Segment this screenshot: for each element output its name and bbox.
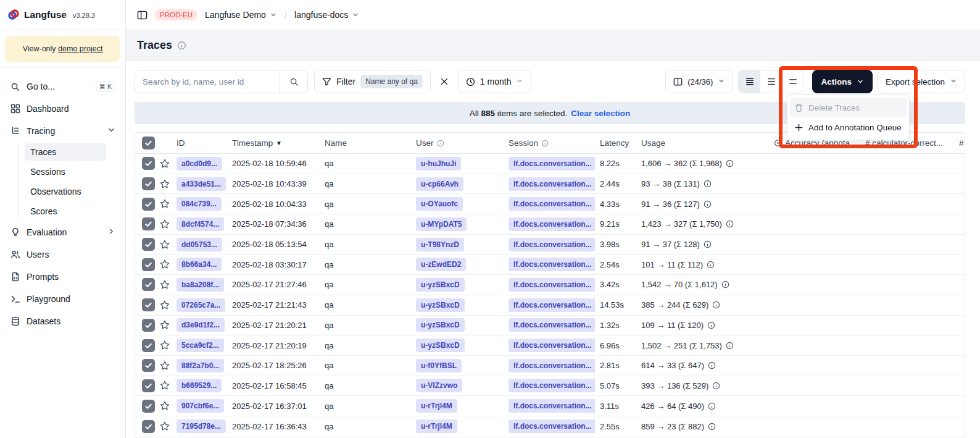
trace-id-badge[interactable]: b669529...: [176, 379, 222, 392]
session-badge[interactable]: lf.docs.conversation...: [509, 217, 595, 231]
sidebar-item-sessions[interactable]: Sessions: [25, 163, 106, 180]
row-checkbox[interactable]: [142, 217, 155, 230]
sidebar-item-evaluation[interactable]: Evaluation: [5, 222, 120, 242]
favorite-star-icon[interactable]: [157, 340, 172, 351]
table-row[interactable]: 88f2a7b0... 2025-02-17 18:25:26 qa u-f0Y…: [135, 356, 965, 376]
user-badge[interactable]: u-yzSBxcD: [416, 339, 465, 352]
session-badge[interactable]: lf.docs.conversation...: [509, 157, 595, 171]
trace-id-badge[interactable]: 084c739...: [176, 197, 222, 211]
clear-selection-link[interactable]: Clear selection: [571, 109, 630, 118]
session-badge[interactable]: lf.docs.conversation...: [509, 419, 595, 433]
row-checkbox[interactable]: [142, 258, 155, 271]
row-checkbox[interactable]: [142, 400, 155, 413]
user-badge[interactable]: u-MYpDAT5: [416, 217, 467, 231]
user-badge[interactable]: u-zEwdED2: [416, 258, 466, 271]
favorite-star-icon[interactable]: [157, 259, 172, 270]
table-row[interactable]: d3e9d1f2... 2025-02-17 21:20:21 qa u-yzS…: [135, 316, 965, 336]
trace-id-badge[interactable]: 8b66a34...: [176, 258, 222, 271]
header-latency[interactable]: Latency: [595, 138, 636, 148]
trace-id-badge[interactable]: d3e9d1f2...: [176, 318, 225, 332]
table-row[interactable]: 084c739... 2025-02-18 10:04:33 qa u-OYau…: [135, 194, 965, 214]
row-checkbox[interactable]: [142, 319, 155, 332]
header-session[interactable]: Session: [504, 138, 595, 148]
sidebar-item-scores[interactable]: Scores: [25, 203, 106, 220]
time-range-button[interactable]: 1 month: [458, 70, 532, 93]
header-timestamp[interactable]: Timestamp▼: [227, 138, 320, 148]
sidebar-item-tracing[interactable]: Tracing: [5, 121, 120, 141]
sidebar-item-datasets[interactable]: Datasets: [5, 311, 120, 331]
row-checkbox[interactable]: [142, 420, 155, 433]
favorite-star-icon[interactable]: [157, 179, 172, 190]
row-checkbox[interactable]: [142, 278, 155, 291]
header-id[interactable]: ID: [172, 138, 227, 148]
session-badge[interactable]: lf.docs.conversation...: [509, 238, 595, 251]
row-checkbox[interactable]: [142, 177, 155, 190]
table-row[interactable]: b669529... 2025-02-17 16:58:45 qa u-VIZz…: [135, 376, 965, 397]
table-row[interactable]: 8dcf4574... 2025-02-18 07:34:36 qa u-MYp…: [135, 214, 965, 235]
trace-id-badge[interactable]: 5cca9cf2...: [176, 339, 224, 352]
session-badge[interactable]: lf.docs.conversation...: [509, 318, 595, 332]
header-user[interactable]: User: [411, 138, 504, 148]
user-badge[interactable]: u-yzSBxcD: [416, 318, 465, 332]
search-submit-button[interactable]: [280, 70, 307, 93]
user-badge[interactable]: u-huJhuJi: [416, 157, 461, 171]
user-badge[interactable]: u-yzSBxcD: [416, 298, 465, 312]
session-badge[interactable]: lf.docs.conversation...: [509, 359, 595, 373]
sidebar-item-traces[interactable]: Traces: [25, 143, 106, 161]
columns-button[interactable]: (24/36): [665, 70, 733, 93]
user-badge[interactable]: u-cp66Avh: [416, 177, 463, 191]
menu-item-delete-traces[interactable]: Delete Traces: [790, 98, 907, 117]
favorite-star-icon[interactable]: [157, 198, 172, 209]
trace-id-badge[interactable]: 8dcf4574...: [176, 217, 224, 231]
row-height-medium-button[interactable]: [760, 70, 782, 93]
session-badge[interactable]: lf.docs.conversation...: [509, 298, 595, 312]
session-badge[interactable]: lf.docs.conversation...: [509, 258, 595, 271]
search-input[interactable]: [135, 70, 280, 93]
row-height-small-button[interactable]: [739, 70, 760, 93]
row-checkbox[interactable]: [142, 238, 155, 251]
table-row[interactable]: 07265c7a... 2025-02-17 21:21:43 qa u-yzS…: [135, 295, 965, 316]
favorite-star-icon[interactable]: [157, 219, 172, 230]
demo-project-link[interactable]: demo project: [58, 44, 102, 53]
row-checkbox[interactable]: [142, 339, 155, 352]
table-row[interactable]: 7195d78e... 2025-02-17 16:36:43 qa u-rTr…: [135, 416, 965, 437]
user-badge[interactable]: u-VIZzvwo: [416, 379, 462, 392]
favorite-star-icon[interactable]: [157, 360, 172, 371]
favorite-star-icon[interactable]: [157, 380, 172, 391]
table-row[interactable]: dd05753... 2025-02-18 05:13:54 qa u-T98Y…: [135, 235, 965, 255]
favorite-star-icon[interactable]: [157, 279, 172, 290]
user-badge[interactable]: u-rTrjl4M: [416, 419, 457, 433]
table-row[interactable]: ba8a208f... 2025-02-17 21:27:46 qa u-yzS…: [135, 275, 965, 295]
row-checkbox[interactable]: [142, 157, 155, 170]
trace-id-badge[interactable]: 7195d78e...: [176, 419, 226, 433]
favorite-star-icon[interactable]: [157, 300, 172, 311]
filter-chip[interactable]: Name any of qa: [360, 75, 423, 88]
session-badge[interactable]: lf.docs.conversation...: [509, 399, 595, 413]
session-badge[interactable]: lf.docs.conversation...: [509, 339, 595, 352]
user-badge[interactable]: u-f0YfBSL: [416, 359, 462, 373]
favorite-star-icon[interactable]: [157, 421, 172, 432]
sidebar-toggle-icon[interactable]: [137, 10, 147, 20]
menu-item-add-to-annotation-queue[interactable]: Add to Annotation Queue: [790, 117, 907, 137]
trace-id-badge[interactable]: a0cd0d9...: [176, 157, 222, 171]
header-usage[interactable]: Usage: [636, 138, 769, 148]
table-row[interactable]: a433de51... 2025-02-18 10:43:39 qa u-cp6…: [135, 174, 965, 195]
session-badge[interactable]: lf.docs.conversation...: [509, 278, 595, 292]
goto-search[interactable]: Go to... ⌘ K: [5, 77, 120, 96]
row-height-large-button[interactable]: [782, 70, 804, 93]
header-extra[interactable]: # c: [954, 138, 965, 148]
project-selector[interactable]: langfuse-docs: [294, 10, 359, 20]
actions-button[interactable]: Actions: [812, 70, 873, 93]
favorite-star-icon[interactable]: [157, 319, 172, 331]
row-checkbox[interactable]: [142, 298, 155, 311]
user-badge[interactable]: u-rTrjl4M: [416, 399, 457, 413]
table-row[interactable]: 8b66a34... 2025-02-18 03:30:17 qa u-zEwd…: [135, 255, 965, 275]
sidebar-item-playground[interactable]: Playground: [5, 289, 120, 309]
trace-id-badge[interactable]: 88f2a7b0...: [176, 359, 224, 373]
clear-filter-icon[interactable]: [437, 77, 452, 86]
org-selector[interactable]: Langfuse Demo: [205, 10, 277, 20]
table-row[interactable]: 907cbf6e... 2025-02-17 16:37:01 qa u-rTr…: [135, 396, 965, 416]
select-all-checkbox[interactable]: [142, 137, 155, 150]
favorite-star-icon[interactable]: [157, 158, 172, 169]
sidebar-item-dashboard[interactable]: Dashboard: [5, 99, 120, 119]
